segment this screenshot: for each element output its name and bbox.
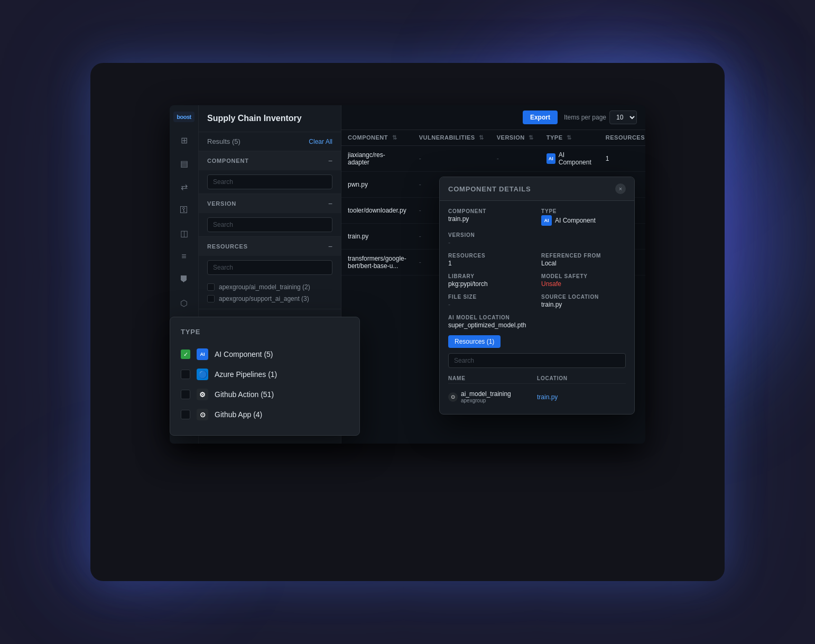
detail-close-button[interactable]: × [615, 183, 626, 194]
resource-name-cell: ⊙ ai_model_training apexgroup [448, 390, 537, 403]
type-checkbox-github-action[interactable] [181, 390, 190, 399]
type-checkbox-ai[interactable]: ✓ [181, 349, 190, 359]
table-row[interactable]: jiaxiangc/res-adapter - - AI AI Componen… [341, 146, 645, 172]
sidebar-item-grid[interactable]: ⊞ [174, 131, 193, 150]
type-checkbox-azure[interactable] [181, 370, 190, 379]
panel-header: Supply Chain Inventory [199, 105, 341, 132]
filter-version-header[interactable]: VERSION − [199, 194, 341, 213]
sidebar-item-file[interactable]: ◫ [174, 224, 193, 243]
sidebar-item-folder[interactable]: ▤ [174, 154, 193, 173]
filter-resource-item-1[interactable]: apexgroup/ai_model_training (2) [207, 281, 332, 293]
detail-ai-model-value: super_optimized_model.pth [448, 321, 626, 329]
type-label-azure: Azure Pipelines (1) [215, 370, 277, 379]
cell-component: tooler/downloader.py [341, 198, 413, 224]
resource-name: ai_model_training [461, 390, 511, 398]
type-option-github-action[interactable]: ⚙ Github Action (51) [181, 384, 349, 404]
detail-version-field: VERSION - [448, 232, 533, 246]
filter-version-toggle: − [328, 199, 332, 208]
resource-row[interactable]: ⊙ ai_model_training apexgroup train.py [448, 387, 626, 407]
cell-component: pwn.py [341, 172, 413, 198]
detail-model-safety-value: Unsafe [541, 280, 626, 288]
detail-panel-title: COMPONENT DETAILS [448, 185, 531, 193]
sidebar-item-layers[interactable]: ≡ [174, 247, 193, 266]
filter-resource-label-2: apexgroup/support_ai_agent (3) [219, 295, 309, 302]
sidebar-item-key[interactable]: ⚿ [174, 200, 193, 219]
sidebar-item-box[interactable]: ⬡ [174, 293, 193, 312]
detail-model-safety-label: MODEL SAFETY [541, 273, 626, 279]
filter-resources-items: apexgroup/ai_model_training (2) apexgrou… [199, 279, 341, 309]
detail-referenced-label: REFERENCED FROM [541, 253, 626, 259]
type-option-github-app[interactable]: ⊙ Github App (4) [181, 404, 349, 425]
main-toolbar: Export Items per page 10 25 50 [341, 105, 645, 130]
detail-referenced-field: REFERENCED FROM Local [541, 253, 626, 267]
cell-component: jiaxiangc/res-adapter [341, 146, 413, 172]
resource-name-group: ai_model_training apexgroup [461, 390, 511, 403]
detail-resources-value: 1 [448, 260, 533, 267]
filter-component-toggle: − [328, 157, 332, 165]
detail-type-field: TYPE AI AI Component [541, 208, 626, 226]
azure-pipelines-icon: 🔵 [197, 369, 208, 380]
per-page-select[interactable]: 10 25 50 [609, 111, 637, 124]
filter-resources-toggle: − [328, 242, 332, 251]
type-option-ai[interactable]: ✓ AI AI Component (5) [181, 344, 349, 364]
filter-resource-item-2[interactable]: apexgroup/support_ai_agent (3) [207, 293, 332, 305]
items-per-page-control: Items per page 10 25 50 [564, 111, 637, 124]
detail-resources-label: RESOURCES [448, 253, 533, 259]
filter-resources-header[interactable]: RESOURCES − [199, 237, 341, 256]
filter-version-search-wrap [199, 213, 341, 236]
filter-version-label: VERSION [207, 200, 236, 207]
col-component[interactable]: COMPONENT ⇅ [341, 130, 413, 146]
type-dropdown: TYPE ✓ AI AI Component (5) 🔵 Azure Pipel… [170, 317, 360, 436]
cell-component: transformers/google-bert/bert-base-u... [341, 250, 413, 275]
detail-ai-model-label: AI MODEL LOCATION [448, 315, 626, 320]
filter-resources-label: RESOURCES [207, 243, 248, 250]
detail-body: COMPONENT train.py TYPE AI AI Component … [440, 201, 634, 414]
col-vulnerabilities[interactable]: VULNERABILITIES ⇅ [413, 130, 490, 146]
resources-tab-button[interactable]: Resources (1) [448, 335, 501, 348]
filter-resource-label-1: apexgroup/ai_model_training (2) [219, 283, 310, 291]
component-detail-panel: COMPONENT DETAILS × COMPONENT train.py T… [439, 177, 635, 415]
type-checkbox-github-app[interactable] [181, 410, 190, 419]
detail-ai-icon: AI [541, 215, 552, 226]
results-count: Results (5) [207, 137, 240, 145]
export-button[interactable]: Export [523, 111, 558, 124]
filter-resource-checkbox-1[interactable] [207, 283, 215, 291]
detail-search-input[interactable] [448, 353, 626, 368]
filter-component-input[interactable] [207, 174, 332, 189]
resource-location-link[interactable]: train.py [537, 393, 626, 401]
sidebar-item-arrows[interactable]: ⇄ [174, 177, 193, 196]
cell-component: train.py [341, 224, 413, 250]
detail-grid: COMPONENT train.py TYPE AI AI Component … [448, 208, 626, 308]
device-frame: boost ⊞ ▤ ⇄ ⚿ ◫ ≡ ⛊ ⬡ ☁ ⊟ ◻ ✉ Supply Cha… [90, 63, 725, 581]
cell-version: - [490, 146, 540, 172]
detail-library-value: pkg:pypi/torch [448, 280, 533, 288]
filter-component: COMPONENT − [199, 151, 341, 194]
sidebar-item-shield[interactable]: ⛊ [174, 270, 193, 289]
clear-all-button[interactable]: Clear All [309, 138, 332, 145]
type-option-azure[interactable]: 🔵 Azure Pipelines (1) [181, 364, 349, 384]
filter-version-input[interactable] [207, 217, 332, 232]
ai-type-icon: AI [547, 153, 555, 164]
resource-sub: apexgroup [461, 398, 511, 403]
detail-ai-model-field: AI MODEL LOCATION super_optimized_model.… [448, 315, 626, 329]
type-label-ai: AI Component (5) [215, 350, 273, 358]
detail-filesize-label: FILE SIZE [448, 294, 533, 300]
filter-resources-input[interactable] [207, 260, 332, 275]
col-type[interactable]: TYPE ⇅ [540, 130, 599, 146]
filter-component-header[interactable]: COMPONENT − [199, 151, 341, 170]
type-label-github-app: Github App (4) [215, 410, 262, 419]
type-dropdown-title: TYPE [181, 328, 349, 336]
detail-component-field: COMPONENT train.py [448, 208, 533, 226]
col-version[interactable]: VERSION ⇅ [490, 130, 540, 146]
cell-resources: 1 [599, 146, 645, 172]
filter-resource-checkbox-2[interactable] [207, 295, 215, 302]
filter-component-search-wrap [199, 170, 341, 194]
detail-filesize-value: - [448, 301, 533, 308]
table-header-row: COMPONENT ⇅ VULNERABILITIES ⇅ VERSION ⇅ … [341, 130, 645, 146]
col-resources[interactable]: RESOURCES ⇅ [599, 130, 645, 146]
sidebar-logo: boost [173, 112, 194, 122]
detail-header: COMPONENT DETAILS × [440, 177, 634, 201]
filter-component-label: COMPONENT [207, 158, 249, 164]
detail-source-label: SOURCE LOCATION [541, 294, 626, 300]
resources-col-name: NAME [448, 375, 537, 381]
